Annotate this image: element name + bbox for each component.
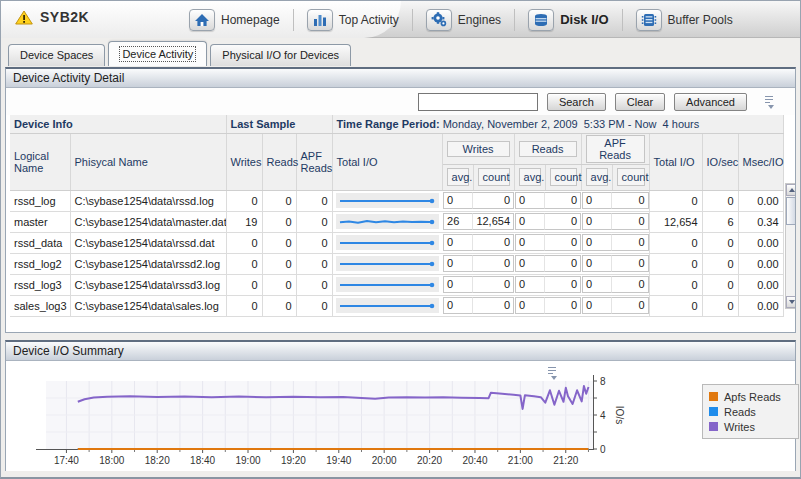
device-activity-table: Device Info Last Sample Time Range Perio… [10, 115, 784, 317]
cell-reads-count: 0 [545, 190, 581, 211]
buffer-pools-icon [636, 9, 662, 31]
table-row[interactable]: masterC:\sybase1254\data\master.dat19002… [10, 211, 783, 232]
col-writes[interactable]: Writes [226, 133, 262, 190]
search-button[interactable]: Search [547, 93, 606, 111]
tab-device-spaces[interactable]: Device Spaces [8, 44, 105, 66]
table-row[interactable]: sales_log3C:\sybase1254\data\sales.log00… [10, 295, 783, 316]
cell-writes-count: 0 [473, 190, 514, 211]
group-last-sample: Last Sample [226, 115, 332, 133]
tab-label: Physical I/O for Devices [222, 49, 339, 61]
col-reads[interactable]: Reads [262, 133, 296, 190]
table-row[interactable]: rssd_log3C:\sybase1254\data\rssd3.log000… [10, 274, 783, 295]
scroll-up-icon[interactable] [786, 184, 795, 196]
col-logical-name[interactable]: Logical Name [10, 133, 70, 190]
col-apf-count[interactable]: count [612, 164, 649, 190]
svg-text:IO/s: IO/s [614, 406, 625, 424]
device-table-wrap: Device Info Last Sample Time Range Perio… [6, 115, 795, 331]
scrollbar-thumb[interactable] [786, 197, 795, 225]
cell-last-writes: 19 [226, 211, 262, 232]
clear-button[interactable]: Clear [615, 93, 665, 111]
nav-homepage-label: Homepage [221, 13, 280, 27]
cell-apf-avg: 0 [581, 253, 612, 274]
tab-physical-io-for-devices[interactable]: Physical I/O for Devices [210, 44, 351, 66]
scroll-down-icon[interactable] [786, 296, 795, 308]
table-row[interactable]: rssd_log2C:\sybase1254\data\rssd2.log000… [10, 253, 783, 274]
table-row[interactable]: rssd_dataC:\sybase1254\data\rssd.dat0000… [10, 232, 783, 253]
col-reads-count[interactable]: count [545, 164, 581, 190]
nav-engines[interactable]: Engines [426, 9, 501, 31]
cell-total-io: 0 [649, 274, 702, 295]
cell-total-io-sparkline [332, 295, 442, 316]
svg-text:20:20: 20:20 [417, 455, 442, 466]
cell-reads-avg: 0 [514, 211, 545, 232]
col-group-reads[interactable]: Reads [514, 133, 581, 164]
table-vertical-scrollbar[interactable] [785, 183, 795, 309]
tab-device-activity[interactable]: Device Activity [108, 41, 207, 66]
nav-buffer-pools-label: Buffer Pools [668, 13, 733, 27]
col-phisycal-name[interactable]: Phisycal Name [70, 133, 226, 190]
col-io-sec[interactable]: IO/sec [702, 133, 738, 190]
cell-apf-avg: 0 [581, 211, 612, 232]
col-apf-avg[interactable]: avg. [581, 164, 612, 190]
nav-disk-io[interactable]: Disk I/O [528, 9, 608, 31]
chart-options-icon[interactable] [546, 367, 558, 379]
col-writes-avg[interactable]: avg. [442, 164, 473, 190]
cell-apf-count: 0 [612, 253, 649, 274]
svg-text:0: 0 [600, 444, 606, 455]
search-input[interactable] [418, 93, 538, 111]
col-group-writes[interactable]: Writes [442, 133, 514, 164]
svg-text:19:40: 19:40 [326, 455, 351, 466]
col-total-io-trend[interactable]: Total I/O [332, 133, 442, 190]
cell-last-reads: 0 [262, 232, 296, 253]
legend-item: Apfs Reads [709, 389, 792, 404]
cell-io-sec: 0 [702, 253, 738, 274]
cell-io-sec: 6 [702, 211, 738, 232]
group-time-range: Time Range Period: Monday, November 2, 2… [332, 115, 783, 133]
col-msec-io[interactable]: Msec/IO [738, 133, 783, 190]
col-group-apf-reads[interactable]: APF Reads [581, 133, 649, 164]
legend-label: Writes [724, 421, 755, 433]
tab-bar: Device Spaces Device Activity Physical I… [1, 38, 800, 66]
table-options-icon[interactable] [763, 96, 775, 108]
cell-logical-name: rssd_log3 [10, 274, 70, 295]
io-summary-line-chart: 17:4018:0018:2018:4019:0019:2019:4020:00… [6, 361, 797, 471]
table-row[interactable]: rssd_logC:\sybase1254\data\rssd.log00000… [10, 190, 783, 211]
col-total-io[interactable]: Total I/O [649, 133, 702, 190]
nav-buffer-pools[interactable]: Buffer Pools [636, 9, 733, 31]
cell-msec-io: 0.00 [738, 253, 783, 274]
nav-divider [412, 9, 413, 31]
chart-legend: Apfs ReadsReadsWrites [702, 384, 799, 439]
total-io-sparkline [336, 214, 440, 229]
total-io-sparkline [336, 193, 440, 208]
cell-apf-count: 0 [612, 295, 649, 316]
col-writes-count[interactable]: count [473, 164, 514, 190]
cell-apf-count: 0 [612, 274, 649, 295]
svg-text:21:00: 21:00 [508, 455, 533, 466]
cell-io-sec: 0 [702, 190, 738, 211]
col-apf-reads[interactable]: APF Reads [296, 133, 332, 190]
cell-last-apf-reads: 0 [296, 274, 332, 295]
gears-icon [426, 9, 452, 31]
advanced-button[interactable]: Advanced [674, 93, 747, 111]
column-header-row: Logical Name Phisycal Name Writes Reads … [10, 133, 783, 164]
legend-swatch-icon [709, 407, 718, 416]
cell-last-writes: 0 [226, 190, 262, 211]
cell-reads-avg: 0 [514, 232, 545, 253]
nav-divider [293, 9, 294, 31]
svg-text:8: 8 [600, 376, 606, 387]
nav-top-activity[interactable]: Top Activity [307, 9, 399, 31]
cell-msec-io: 0.00 [738, 190, 783, 211]
app-window: SYB2K Homepage Top Activity [0, 0, 801, 479]
cell-reads-avg: 0 [514, 190, 545, 211]
cell-last-writes: 0 [226, 253, 262, 274]
cell-total-io: 0 [649, 190, 702, 211]
cell-reads-count: 0 [545, 295, 581, 316]
cell-apf-avg: 0 [581, 295, 612, 316]
col-reads-avg[interactable]: avg. [514, 164, 545, 190]
nav-homepage[interactable]: Homepage [189, 9, 280, 31]
top-navigation: Homepage Top Activity [189, 1, 733, 38]
total-io-sparkline [336, 256, 440, 271]
cell-reads-count: 0 [545, 274, 581, 295]
cell-io-sec: 0 [702, 274, 738, 295]
nav-engines-label: Engines [458, 13, 501, 27]
